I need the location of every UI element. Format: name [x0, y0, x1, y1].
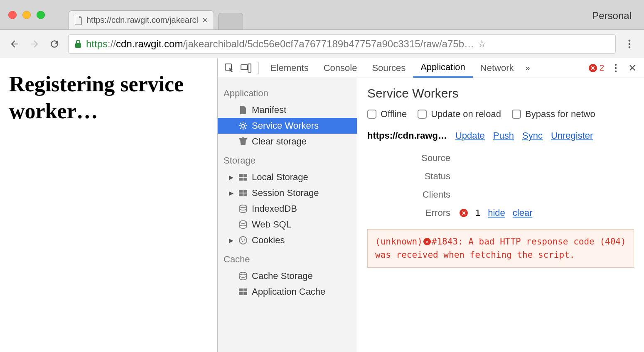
svg-rect-28 [243, 193, 247, 196]
label-status: Status [367, 171, 450, 182]
sync-link[interactable]: Sync [522, 130, 543, 141]
svg-point-1 [629, 39, 631, 42]
row-source: Source [367, 153, 634, 164]
sidebar-item-application-cache[interactable]: Application Cache [218, 284, 357, 300]
bypass-for-network-checkbox[interactable]: Bypass for netwo [512, 109, 595, 120]
reload-button[interactable] [48, 38, 61, 50]
browser-toolbar: https://cdn.rawgit.com/jakearchibald/5dc… [0, 30, 644, 58]
browser-menu-button[interactable] [623, 38, 636, 50]
sidebar-item-manifest[interactable]: Manifest [218, 102, 357, 118]
svg-line-17 [240, 127, 241, 129]
devtools-sidebar: Application Manifest Service Workers Cle… [218, 78, 357, 352]
sidebar-item-cache-storage[interactable]: Cache Storage [218, 268, 357, 284]
svg-point-10 [242, 125, 245, 127]
update-on-reload-checkbox[interactable]: Update on reload [418, 109, 501, 120]
device-toolbar-icon[interactable] [238, 60, 254, 76]
tab-close-button[interactable]: × [202, 15, 208, 26]
sidebar-item-service-workers[interactable]: Service Workers [218, 118, 357, 134]
row-clients: Clients [367, 189, 634, 200]
url-host: cdn.rawgit.com [116, 38, 183, 49]
svg-point-34 [242, 241, 243, 242]
disclosure-triangle-icon[interactable]: ▶ [228, 237, 234, 244]
error-icon: ✕ [589, 64, 597, 72]
sidebar-item-session-storage[interactable]: ▶ Session Storage [218, 185, 357, 201]
error-icon: ✕ [423, 238, 431, 245]
svg-rect-23 [239, 178, 243, 181]
panel-options-row: Offline Update on reload Bypass for netw… [367, 109, 634, 120]
sidebar-item-label: Clear storage [252, 136, 307, 147]
svg-rect-39 [243, 292, 247, 295]
database-icon [238, 271, 248, 281]
new-tab-button[interactable] [218, 13, 243, 29]
disclosure-triangle-icon[interactable]: ▶ [228, 174, 234, 181]
devtools-tab-sources[interactable]: Sources [364, 58, 413, 78]
svg-rect-24 [243, 178, 247, 181]
errors-clear-link[interactable]: clear [513, 208, 533, 218]
devtools-close-button[interactable]: ✕ [624, 62, 641, 74]
url-path: /jakearchibald/5dc56e0cf7a7677189b47757a… [183, 38, 474, 49]
page-viewport: Registering service worker… [0, 58, 217, 352]
tab-bar: https://cdn.rawgit.com/jakearcl × [69, 0, 243, 29]
svg-line-16 [245, 127, 246, 129]
sidebar-item-label: Application Cache [252, 286, 325, 297]
svg-rect-26 [243, 190, 247, 193]
checkbox-icon [418, 110, 427, 119]
svg-rect-6 [248, 64, 251, 72]
devtools-tabbar: Elements Console Sources Application Net… [218, 58, 644, 78]
svg-rect-22 [243, 174, 247, 177]
window-zoom-button[interactable] [37, 11, 45, 19]
devtools-body: Application Manifest Service Workers Cle… [218, 78, 644, 352]
tab-title: https://cdn.rawgit.com/jakearcl [86, 15, 198, 25]
push-link[interactable]: Push [493, 130, 514, 141]
back-button[interactable] [8, 38, 21, 50]
sidebar-item-clear-storage[interactable]: Clear storage [218, 134, 357, 149]
sidebar-item-label: Web SQL [252, 219, 291, 230]
devtools-tab-overflow[interactable]: » [521, 63, 534, 73]
devtools-tab-application[interactable]: Application [413, 58, 473, 78]
svg-line-18 [245, 123, 246, 124]
window-minimize-button[interactable] [22, 11, 31, 19]
forward-button[interactable] [28, 38, 41, 50]
sidebar-item-label: Manifest [252, 105, 286, 115]
svg-point-31 [239, 237, 247, 244]
document-icon [238, 105, 248, 115]
svg-rect-5 [241, 65, 248, 70]
trash-icon [238, 137, 248, 146]
cookie-icon [238, 236, 248, 245]
errors-hide-link[interactable]: hide [488, 208, 505, 218]
browser-tab-active[interactable]: https://cdn.rawgit.com/jakearcl × [69, 10, 214, 29]
label-clients: Clients [367, 189, 450, 200]
devtools-tab-elements[interactable]: Elements [263, 58, 316, 78]
page-icon [75, 16, 82, 25]
address-bar[interactable]: https://cdn.rawgit.com/jakearchibald/5dc… [68, 34, 616, 54]
sidebar-item-websql[interactable]: Web SQL [218, 217, 357, 232]
devtools-menu-button[interactable] [607, 60, 624, 76]
checkbox-icon [512, 110, 521, 119]
scope-row: https://cdn.rawg… Update Push Sync Unreg… [367, 130, 634, 141]
inspect-element-icon[interactable] [221, 60, 238, 76]
sidebar-item-label: Service Workers [252, 120, 319, 131]
sidebar-item-local-storage[interactable]: ▶ Local Storage [218, 169, 357, 185]
sidebar-item-cookies[interactable]: ▶ Cookies [218, 232, 357, 248]
svg-point-8 [615, 67, 617, 68]
label-source: Source [367, 153, 450, 164]
sidebar-group-cache: Cache [218, 248, 357, 268]
sidebar-item-label: Cookies [252, 235, 285, 246]
update-link[interactable]: Update [455, 130, 485, 141]
error-count-badge[interactable]: ✕ 2 [585, 63, 607, 73]
offline-checkbox[interactable]: Offline [367, 109, 407, 120]
sidebar-item-indexeddb[interactable]: IndexedDB [218, 201, 357, 217]
disclosure-triangle-icon[interactable]: ▶ [228, 190, 234, 196]
svg-point-3 [629, 46, 631, 48]
devtools-tab-console[interactable]: Console [316, 58, 365, 78]
svg-point-29 [240, 205, 246, 208]
profile-label[interactable]: Personal [592, 10, 632, 22]
devtools-tab-network[interactable]: Network [473, 58, 521, 78]
url-text: https://cdn.rawgit.com/jakearchibald/5dc… [86, 38, 474, 50]
gear-icon [238, 121, 248, 130]
bookmark-star-icon[interactable]: ☆ [477, 38, 487, 50]
window-close-button[interactable] [8, 11, 17, 19]
svg-point-30 [240, 221, 246, 223]
unregister-link[interactable]: Unregister [551, 130, 593, 141]
sidebar-group-application: Application [218, 82, 357, 102]
